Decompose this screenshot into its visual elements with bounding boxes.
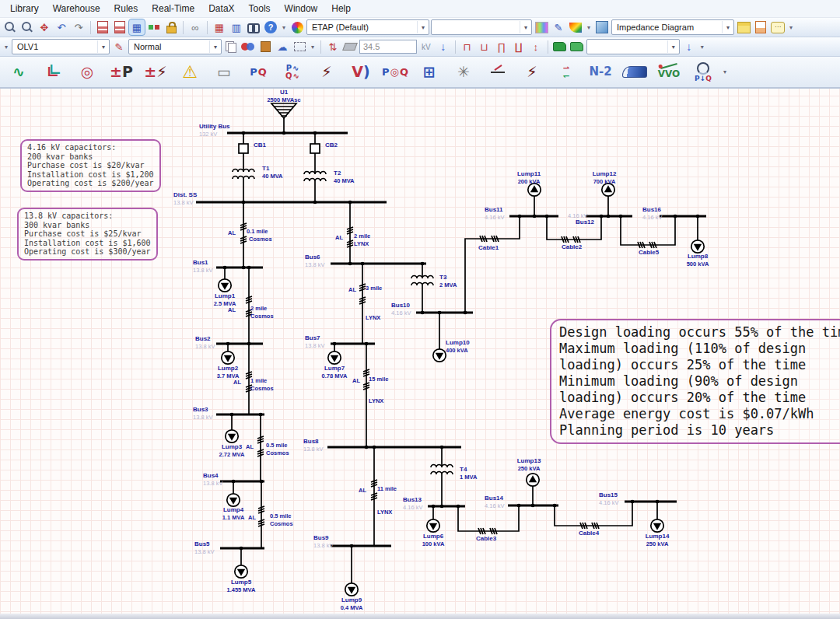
swap-phase-icon[interactable]: ⇅ xyxy=(325,39,341,54)
star-coordination-icon[interactable]: ∟ xyxy=(37,59,69,86)
lump9-symbol[interactable] xyxy=(345,583,358,596)
revision-select[interactable]: Normal ▾ xyxy=(128,39,222,54)
presentation-cube-icon[interactable] xyxy=(594,19,610,35)
menu-help[interactable]: Help xyxy=(324,1,358,16)
distribute-v-icon[interactable]: ∐ xyxy=(511,39,527,54)
presentation-select[interactable]: Impedance Diagram ▾ xyxy=(611,19,734,35)
lump10-symbol[interactable] xyxy=(433,349,446,362)
switching-transient-icon[interactable]: ⚡ xyxy=(516,59,548,86)
switching-device-icon[interactable] xyxy=(481,59,514,86)
toolbar-overflow-icon[interactable]: ▾ xyxy=(309,44,317,51)
menu-real-time[interactable]: Real-Time xyxy=(145,1,201,16)
t2-symbol[interactable] xyxy=(304,172,326,182)
annotation-416kv-capacitors[interactable]: 4.16 kV capacitors: 200 kvar banks Purch… xyxy=(20,139,161,192)
lump8-symbol[interactable] xyxy=(691,240,704,253)
chevron-down-icon[interactable]: ▾ xyxy=(209,40,221,53)
transient-stability-icon[interactable]: ±⚡ xyxy=(139,59,172,86)
olv-select[interactable]: OLV1 ▾ xyxy=(12,39,110,54)
optimal-capacitor-placement-icon[interactable]: P↓Q xyxy=(687,59,719,86)
arc-flash-icon[interactable]: ⚠ xyxy=(173,59,206,86)
align-top-icon[interactable]: ⊓ xyxy=(460,39,475,54)
utility-source-symbol[interactable] xyxy=(271,103,296,118)
distribute-h-icon[interactable]: ∏ xyxy=(494,39,509,54)
lock-icon[interactable] xyxy=(163,19,179,35)
library-book2-icon[interactable] xyxy=(569,39,585,54)
bottom-scrollbar[interactable] xyxy=(0,614,840,619)
lump14-symbol[interactable] xyxy=(651,519,663,532)
menu-warehouse[interactable]: Warehouse xyxy=(46,1,107,16)
report-manager-icon[interactable]: ▦ xyxy=(212,19,227,35)
redo-icon[interactable]: ↷ xyxy=(71,19,86,35)
lump7-symbol[interactable] xyxy=(328,351,341,364)
toolbar-overflow-icon[interactable]: ▾ xyxy=(787,24,795,31)
lump3-symbol[interactable] xyxy=(226,430,238,442)
menu-window[interactable]: Window xyxy=(278,1,325,16)
gradient-icon[interactable] xyxy=(534,19,549,35)
resize-v-icon[interactable]: ↕ xyxy=(528,39,544,54)
reliability-icon[interactable]: P◎Q xyxy=(379,59,411,86)
chevron-down-icon[interactable]: ▾ xyxy=(667,40,679,53)
optimal-power-flow-icon[interactable]: PQ xyxy=(242,59,275,86)
align-bottom-icon[interactable]: ⊔ xyxy=(477,39,492,54)
schedule-icon[interactable] xyxy=(146,19,162,35)
annotation-loading-profile[interactable]: Design loading occurs 55% of the time Ma… xyxy=(550,319,840,444)
menu-tools[interactable]: Tools xyxy=(242,1,278,16)
harmonic-analysis-icon[interactable]: ±P xyxy=(105,59,138,86)
kv-input[interactable] xyxy=(359,40,417,54)
zoom-icon[interactable] xyxy=(2,19,18,35)
apply-voltage-icon[interactable]: ↓ xyxy=(436,39,451,54)
compare-icon[interactable] xyxy=(240,39,256,54)
time-domain-load-flow-icon[interactable]: P∿ Q∿ xyxy=(276,59,309,86)
switching-sequence-icon[interactable]: ⇀ ↽ xyxy=(550,59,583,86)
cb2-symbol[interactable] xyxy=(310,144,320,153)
dc-network-icon[interactable]: ⊞ xyxy=(413,59,446,86)
comment-icon[interactable]: ⋯ xyxy=(770,19,786,35)
menu-library[interactable]: Library xyxy=(3,1,46,16)
eraser-icon[interactable] xyxy=(342,39,358,54)
toolbar-overflow-icon[interactable]: ▾ xyxy=(280,24,288,31)
chevron-down-icon[interactable]: ▾ xyxy=(520,21,531,33)
zoom-area-icon[interactable] xyxy=(19,19,35,35)
filter-select[interactable]: ▾ xyxy=(431,19,532,35)
datablock-icon[interactable] xyxy=(736,19,751,35)
pan-icon[interactable]: ✥ xyxy=(37,19,52,35)
load-flow-icon[interactable]: ∿ xyxy=(2,59,35,86)
volt-var-optimization-icon[interactable]: VVO xyxy=(653,59,685,86)
library-book-icon[interactable] xyxy=(552,39,568,54)
chevron-down-icon[interactable]: ▾ xyxy=(722,21,733,33)
grid-display-icon[interactable]: ▦ xyxy=(129,19,145,35)
theme-select[interactable]: ETAP (Default) ▾ xyxy=(306,19,429,35)
cb1-symbol[interactable] xyxy=(239,144,248,153)
annotation-138kv-capacitors[interactable]: 13.8 kV capacitors: 300 kvar banks Purch… xyxy=(17,208,158,261)
lump1-symbol[interactable] xyxy=(219,279,231,292)
t4-symbol[interactable] xyxy=(431,465,453,475)
lump2-symbol[interactable] xyxy=(222,351,234,364)
help-icon[interactable]: ? xyxy=(264,21,277,33)
cloud-icon[interactable]: ☁ xyxy=(275,39,290,54)
toolbar-grip-icon[interactable]: ▾ xyxy=(2,44,10,51)
chevron-down-icon[interactable]: ▾ xyxy=(417,21,429,33)
lump6-symbol[interactable] xyxy=(427,519,439,532)
motor-acceleration-icon[interactable]: ◎ xyxy=(71,59,103,86)
result-analyzer-icon[interactable]: ▥ xyxy=(229,19,244,35)
menu-rules[interactable]: Rules xyxy=(107,1,145,16)
lump11-symbol[interactable] xyxy=(528,184,541,196)
contingency-n2-icon[interactable]: N-2 xyxy=(584,59,617,86)
link-icon[interactable]: ∞ xyxy=(187,19,203,35)
format-pen-icon[interactable]: ✎ xyxy=(551,19,566,35)
toolbar-overflow-icon[interactable]: ▾ xyxy=(721,68,729,75)
find-icon[interactable] xyxy=(246,19,261,35)
toolbar-overflow-icon[interactable]: ▾ xyxy=(585,24,593,31)
rainbow-icon[interactable] xyxy=(568,19,583,35)
pen-icon[interactable]: ✎ xyxy=(111,39,127,54)
theme-wheel-icon[interactable] xyxy=(289,19,305,35)
short-circuit-icon[interactable]: ⚡ xyxy=(310,59,343,86)
lump5-symbol[interactable] xyxy=(235,565,247,578)
toolbar-overflow-icon[interactable]: ▾ xyxy=(698,44,706,51)
lump12-symbol[interactable] xyxy=(602,184,614,196)
chevron-down-icon[interactable]: ▾ xyxy=(97,40,109,53)
lump13-symbol[interactable] xyxy=(527,474,539,486)
select-region-icon[interactable] xyxy=(292,39,307,54)
unbalanced-load-flow-icon[interactable]: ✳ xyxy=(447,59,480,86)
study-case-select[interactable]: ▾ xyxy=(586,39,680,54)
